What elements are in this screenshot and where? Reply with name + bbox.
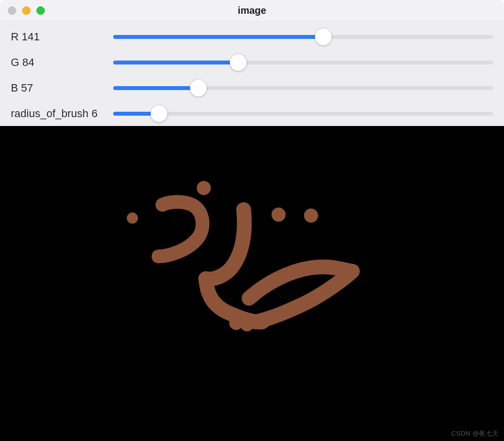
slider-name: radius_of_brush bbox=[11, 107, 89, 120]
slider-name: R bbox=[11, 31, 19, 43]
titlebar: image bbox=[0, 0, 504, 22]
slider-track-g[interactable] bbox=[113, 61, 493, 64]
slider-row-b: B 57 bbox=[11, 82, 493, 94]
slider-label: B 57 bbox=[11, 82, 108, 94]
slider-fill bbox=[113, 86, 198, 90]
svg-point-1 bbox=[127, 213, 138, 223]
slider-name: B bbox=[11, 82, 18, 94]
app-window: image R 141 G 84 bbox=[0, 0, 504, 441]
slider-thumb[interactable] bbox=[230, 54, 247, 71]
slider-label: radius_of_brush 6 bbox=[11, 107, 108, 120]
svg-point-3 bbox=[304, 209, 318, 222]
close-icon[interactable] bbox=[8, 6, 16, 15]
slider-thumb[interactable] bbox=[151, 105, 167, 122]
window-title: image bbox=[0, 5, 504, 16]
slider-label: G 84 bbox=[11, 56, 108, 69]
traffic-lights bbox=[8, 6, 45, 15]
maximize-icon[interactable] bbox=[36, 6, 45, 15]
drawing-canvas[interactable]: CSDN @夜七天 bbox=[0, 126, 504, 441]
svg-point-0 bbox=[197, 181, 211, 195]
slider-track-b[interactable] bbox=[113, 86, 493, 90]
svg-point-2 bbox=[272, 208, 285, 221]
slider-name: G bbox=[11, 56, 19, 68]
slider-track-r[interactable] bbox=[113, 35, 493, 39]
slider-thumb[interactable] bbox=[190, 80, 207, 96]
sliders-panel: R 141 G 84 B 57 bbox=[0, 22, 504, 126]
slider-track-radius[interactable] bbox=[113, 112, 493, 116]
slider-fill bbox=[113, 35, 323, 39]
slider-row-radius: radius_of_brush 6 bbox=[11, 107, 493, 120]
slider-value: 6 bbox=[92, 107, 97, 120]
brush-strokes bbox=[0, 126, 504, 441]
svg-point-5 bbox=[240, 317, 254, 331]
slider-label: R 141 bbox=[11, 31, 108, 43]
slider-row-g: G 84 bbox=[11, 56, 493, 69]
slider-value: 57 bbox=[21, 82, 33, 94]
slider-value: 84 bbox=[22, 56, 34, 68]
watermark: CSDN @夜七天 bbox=[451, 429, 499, 438]
slider-thumb[interactable] bbox=[315, 29, 332, 45]
slider-row-r: R 141 bbox=[11, 31, 493, 43]
slider-fill bbox=[113, 61, 238, 64]
slider-value: 141 bbox=[22, 31, 40, 43]
minimize-icon[interactable] bbox=[22, 6, 31, 15]
